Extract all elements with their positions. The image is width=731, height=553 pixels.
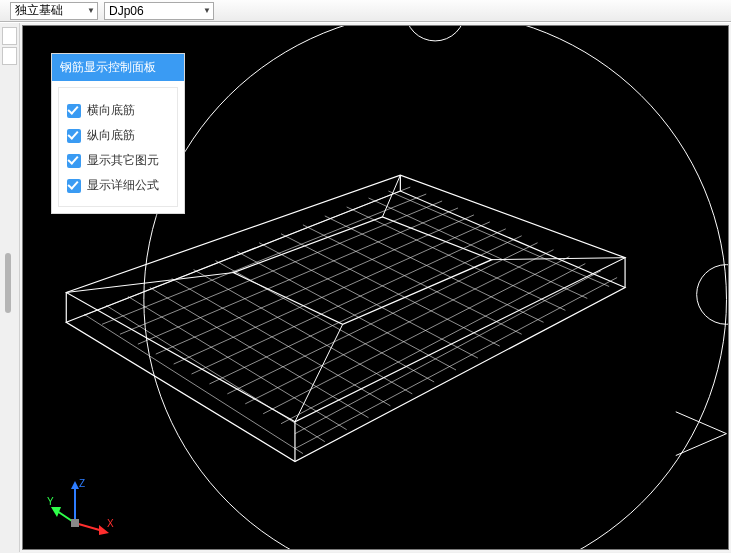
panel-body: 横向底筋 纵向底筋 显示其它图元 显示详细公式 bbox=[58, 87, 178, 207]
checkbox-icon bbox=[67, 179, 81, 193]
panel-title: 钢筋显示控制面板 bbox=[52, 54, 184, 81]
svg-line-46 bbox=[75, 523, 103, 531]
axis-y-label: Y bbox=[47, 496, 54, 507]
rail-tab-1[interactable] bbox=[2, 27, 17, 45]
item-dropdown[interactable]: DJp06 ▼ bbox=[104, 2, 214, 20]
svg-line-23 bbox=[227, 243, 537, 394]
checkbox-icon bbox=[67, 129, 81, 143]
viewport-3d[interactable]: 钢筋显示控制面板 横向底筋 纵向底筋 显示其它图元 显示详细公式 bbox=[22, 25, 729, 550]
checkbox-row-show-detailed-formula[interactable]: 显示详细公式 bbox=[67, 177, 169, 194]
svg-line-29 bbox=[84, 314, 303, 453]
svg-line-17 bbox=[120, 201, 442, 334]
checkbox-label: 显示详细公式 bbox=[87, 177, 159, 194]
category-dropdown-value: 独立基础 bbox=[15, 2, 63, 19]
svg-line-38 bbox=[281, 234, 500, 346]
chevron-down-icon: ▼ bbox=[203, 6, 211, 15]
checkbox-icon bbox=[67, 154, 81, 168]
rail-tab-2[interactable] bbox=[2, 47, 17, 65]
svg-marker-45 bbox=[71, 481, 79, 489]
svg-line-43 bbox=[388, 191, 609, 286]
checkbox-row-show-other-elements[interactable]: 显示其它图元 bbox=[67, 152, 169, 169]
checkbox-label: 显示其它图元 bbox=[87, 152, 159, 169]
rebar-display-panel: 钢筋显示控制面板 横向底筋 纵向底筋 显示其它图元 显示详细公式 bbox=[51, 53, 185, 214]
item-dropdown-value: DJp06 bbox=[109, 4, 144, 18]
rail-drag-handle[interactable] bbox=[5, 253, 11, 313]
svg-line-27 bbox=[295, 271, 601, 434]
svg-point-0 bbox=[144, 26, 727, 549]
chevron-down-icon: ▼ bbox=[87, 6, 95, 15]
checkbox-row-horizontal-bottom[interactable]: 横向底筋 bbox=[67, 102, 169, 119]
axis-x-label: X bbox=[107, 518, 114, 529]
svg-line-14 bbox=[295, 324, 343, 421]
top-toolbar: 独立基础 ▼ DJp06 ▼ bbox=[0, 0, 731, 22]
left-rail bbox=[0, 23, 20, 552]
checkbox-label: 纵向底筋 bbox=[87, 127, 135, 144]
axis-z-label: Z bbox=[79, 478, 85, 489]
checkbox-row-vertical-bottom[interactable]: 纵向底筋 bbox=[67, 127, 169, 144]
checkbox-icon bbox=[67, 104, 81, 118]
category-dropdown[interactable]: 独立基础 ▼ bbox=[10, 2, 98, 20]
svg-marker-4 bbox=[66, 191, 625, 461]
svg-line-33 bbox=[172, 279, 391, 406]
svg-line-39 bbox=[303, 225, 522, 334]
svg-line-42 bbox=[369, 198, 588, 298]
svg-rect-50 bbox=[71, 519, 79, 527]
svg-line-36 bbox=[237, 252, 456, 370]
checkbox-label: 横向底筋 bbox=[87, 102, 135, 119]
svg-point-2 bbox=[697, 265, 728, 325]
svg-line-26 bbox=[281, 264, 585, 424]
workspace: 钢筋显示控制面板 横向底筋 纵向底筋 显示其它图元 显示详细公式 bbox=[0, 22, 731, 552]
svg-line-19 bbox=[156, 215, 474, 354]
svg-line-18 bbox=[138, 208, 458, 344]
svg-line-40 bbox=[325, 216, 544, 322]
svg-point-1 bbox=[405, 26, 465, 41]
svg-line-28 bbox=[295, 278, 617, 449]
axis-gizmo: Z X Y bbox=[45, 475, 115, 535]
